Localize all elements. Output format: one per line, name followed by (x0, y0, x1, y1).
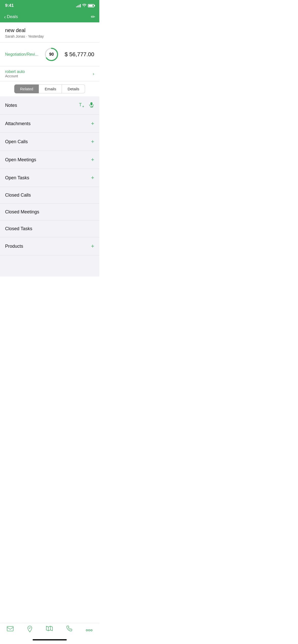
deal-meta: Sarah Jonas · Yesterday (5, 34, 94, 38)
add-text-note-icon[interactable]: T + (79, 102, 86, 109)
related-item-closed-calls: Closed Calls (0, 187, 99, 204)
notes-action-icons: T + + (79, 102, 94, 109)
related-item-notes: Notes T + + (0, 96, 99, 115)
related-item-products: Products + (0, 237, 99, 255)
related-list: Notes T + + Attachments + (0, 96, 99, 276)
account-chevron-icon: › (93, 71, 94, 77)
tab-emails[interactable]: Emails (39, 84, 62, 93)
closed-meetings-label: Closed Meetings (5, 209, 39, 215)
related-item-closed-tasks: Closed Tasks (0, 221, 99, 237)
products-label: Products (5, 244, 23, 249)
tab-details[interactable]: Details (62, 84, 85, 93)
account-row[interactable]: robert auto Account › (0, 66, 99, 81)
deal-header: new deal Sarah Jonas · Yesterday (0, 22, 99, 38)
related-item-closed-meetings: Closed Meetings (0, 204, 99, 221)
deal-progress-circle: 90 (44, 47, 59, 62)
account-name: robert auto (5, 69, 25, 74)
attachments-label: Attachments (5, 121, 31, 126)
deal-stats-row: Negotiation/Revi... 90 $ 56,777.00 (0, 47, 99, 66)
open-tasks-label: Open Tasks (5, 175, 29, 181)
add-call-icon[interactable]: + (91, 138, 94, 145)
edit-button[interactable]: ✏ (91, 14, 95, 20)
status-bar: 9:41 (0, 0, 99, 11)
signal-icon (76, 4, 81, 7)
related-item-attachments: Attachments + (0, 115, 99, 133)
back-label: Deals (7, 14, 18, 19)
svg-text:+: + (82, 105, 84, 108)
add-product-icon[interactable]: + (91, 243, 94, 250)
deal-divider (0, 42, 99, 43)
add-meeting-icon[interactable]: + (91, 156, 94, 163)
back-button[interactable]: ‹ Deals (4, 14, 18, 20)
deal-amount: $ 56,777.00 (65, 51, 94, 58)
tab-related[interactable]: Related (14, 84, 39, 93)
svg-text:T: T (79, 102, 82, 107)
deal-title: new deal (5, 27, 94, 33)
tab-bar: Related Emails Details (0, 81, 99, 96)
nav-bar: ‹ Deals ✏ (0, 11, 99, 22)
account-label: Account (5, 74, 25, 78)
add-attachment-icon[interactable]: + (91, 120, 94, 127)
bottom-spacer (0, 255, 99, 276)
svg-rect-5 (90, 102, 92, 105)
battery-icon (88, 4, 94, 7)
notes-label: Notes (5, 103, 17, 108)
add-voice-note-icon[interactable]: + (89, 102, 94, 109)
add-task-icon[interactable]: + (91, 174, 94, 181)
closed-calls-label: Closed Calls (5, 193, 31, 198)
related-item-open-tasks: Open Tasks + (0, 169, 99, 187)
deal-progress-value: 90 (49, 52, 54, 57)
back-chevron-icon: ‹ (4, 14, 6, 20)
svg-text:+: + (92, 105, 93, 108)
account-info: robert auto Account (5, 69, 25, 78)
open-calls-label: Open Calls (5, 139, 28, 144)
open-meetings-label: Open Meetings (5, 157, 36, 163)
closed-tasks-label: Closed Tasks (5, 226, 32, 231)
status-icons (76, 4, 94, 8)
deal-stage: Negotiation/Revi... (5, 52, 38, 57)
related-item-open-meetings: Open Meetings + (0, 151, 99, 169)
status-time: 9:41 (5, 3, 14, 8)
related-item-open-calls: Open Calls + (0, 133, 99, 151)
wifi-icon (82, 4, 86, 8)
